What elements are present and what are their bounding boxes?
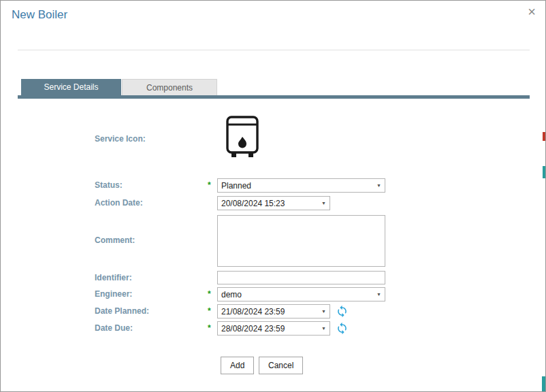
engineer-required-asterisk: * — [208, 289, 211, 299]
status-required-asterisk: * — [208, 180, 211, 190]
background-artifact — [543, 132, 545, 141]
service-icon-label: Service Icon: — [95, 134, 146, 144]
date-due-dropdown[interactable]: 28/08/2024 23:59 ▼ — [217, 321, 330, 336]
title-divider — [18, 50, 530, 50]
date-planned-required-asterisk: * — [208, 306, 211, 316]
status-value: Planned — [218, 181, 373, 191]
identifier-label: Identifier: — [95, 273, 132, 282]
tab-service-details[interactable]: Service Details — [21, 79, 121, 95]
comment-textarea[interactable] — [217, 215, 385, 267]
chevron-down-icon[interactable]: ▼ — [318, 326, 330, 331]
date-due-refresh-icon[interactable] — [335, 322, 349, 336]
engineer-label: Engineer: — [95, 289, 132, 299]
action-date-dropdown[interactable]: 20/08/2024 15:23 ▼ — [217, 196, 330, 210]
date-due-value: 28/08/2024 23:59 — [218, 324, 318, 333]
date-planned-refresh-icon[interactable] — [335, 305, 349, 318]
background-artifact — [543, 166, 545, 178]
date-planned-label: Date Planned: — [95, 306, 149, 316]
tab-components[interactable]: Components — [122, 79, 217, 95]
cancel-button[interactable]: Cancel — [259, 357, 303, 374]
dialog-title: New Boiler — [12, 8, 67, 22]
date-planned-value: 21/08/2024 23:59 — [218, 307, 318, 316]
chevron-down-icon[interactable]: ▼ — [318, 309, 330, 314]
status-dropdown[interactable]: Planned ▼ — [217, 178, 385, 193]
action-date-value: 20/08/2024 15:23 — [218, 199, 318, 208]
status-label: Status: — [95, 180, 123, 190]
tab-underline-bar — [18, 95, 530, 99]
chevron-down-icon[interactable]: ▼ — [318, 201, 330, 206]
close-icon[interactable]: × — [528, 5, 536, 18]
add-button[interactable]: Add — [221, 357, 254, 374]
date-planned-dropdown[interactable]: 21/08/2024 23:59 ▼ — [217, 304, 330, 318]
date-due-required-asterisk: * — [208, 323, 211, 333]
boiler-icon — [224, 114, 261, 162]
action-date-label: Action Date: — [95, 198, 143, 208]
background-artifact — [542, 376, 545, 391]
comment-label: Comment: — [95, 235, 135, 245]
new-boiler-dialog: New Boiler × Service Details Components … — [0, 0, 546, 392]
chevron-down-icon[interactable]: ▼ — [373, 292, 385, 297]
engineer-dropdown[interactable]: demo ▼ — [217, 287, 385, 301]
engineer-value: demo — [218, 290, 373, 299]
chevron-down-icon[interactable]: ▼ — [373, 183, 385, 188]
identifier-input[interactable] — [217, 271, 385, 284]
date-due-label: Date Due: — [95, 323, 133, 333]
